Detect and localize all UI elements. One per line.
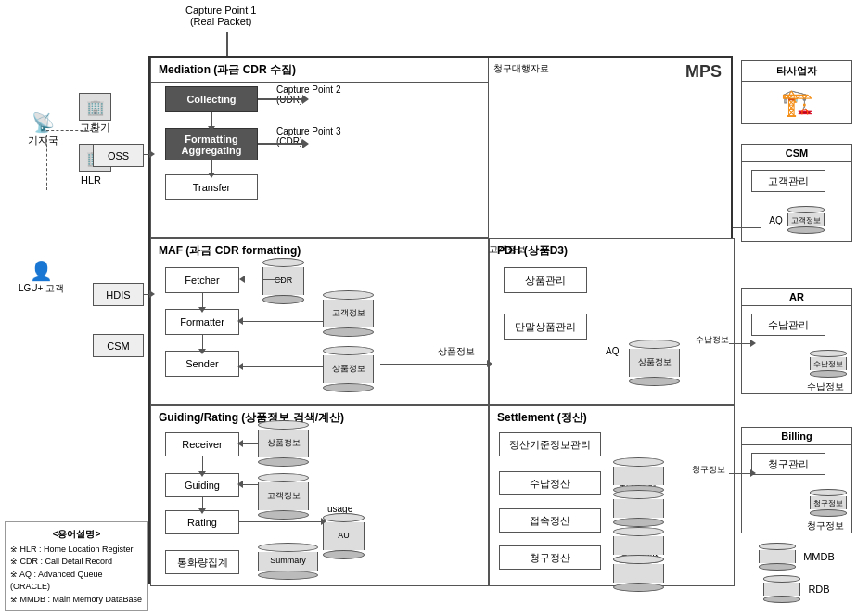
- csm-left-box: CSM: [93, 334, 144, 357]
- mmdb-label: MMDB: [803, 551, 835, 562]
- tasaeopja-title: 타사업자: [742, 61, 851, 82]
- rdb-label: RDB: [808, 584, 829, 595]
- tasaeopja-icon: 🏗️: [742, 82, 851, 123]
- maf-title: MAF (과금 CDR formatting): [151, 239, 488, 263]
- subap-info-label: 수납정보: [742, 380, 851, 393]
- billing-section: Billing 청구관리 청구정보 청구정보: [741, 427, 852, 533]
- cheonggu-gwanri-box: 청구관리: [751, 453, 825, 475]
- pdh-title: PDH (상품D3): [490, 239, 734, 263]
- sangpum-gwanri-box: 상품관리: [504, 267, 587, 293]
- arrowhead-sangpum-receiver: [237, 440, 243, 447]
- billing-db-row: 청구정보: [742, 484, 851, 524]
- arrowhead-guiding-rating: [198, 508, 206, 514]
- cheonggu-jeongsan-box: 청구정산: [499, 545, 601, 570]
- ar-title: AR: [742, 289, 851, 306]
- cheonggu-info-flow: 청구정보: [692, 464, 725, 476]
- csm-right-title: CSM: [742, 145, 851, 162]
- legend-item-2: ※ AQ : Advanced Queue (ORACLE): [10, 569, 143, 594]
- arrow-kogaek-guiding: [241, 484, 258, 485]
- formatter-box: Formatter: [165, 309, 239, 335]
- billing-db-cylinder: 청구정보: [810, 489, 847, 517]
- legend-item-3: ※ MMDB : Main Memory DataBase: [10, 594, 143, 607]
- jeopseok-jeongsan-box: 접속정산: [499, 508, 601, 533]
- danmal-box: 단말상품관리: [504, 314, 587, 340]
- hlr-label: HLR: [81, 174, 101, 186]
- rdb-row: RDB: [763, 575, 829, 603]
- arrowhead-collecting-right: [302, 95, 309, 104]
- mmdb-rdb-group: MMDB RDB: [741, 543, 852, 603]
- mmdb-cylinder: [759, 543, 796, 571]
- gyohwangi-icon-group: 🏢 교환기: [79, 93, 111, 135]
- aq-pdh-label: AQ: [606, 346, 619, 356]
- dashed-gijiguk-v: [46, 135, 47, 190]
- arrowhead-formatting-right: [302, 139, 309, 148]
- collecting-box: Collecting: [165, 86, 258, 112]
- legend-box: <용어설명> ※ HLR : Home Location Register ※ …: [5, 521, 148, 612]
- kogaek-gwanri-box: 고객관리: [751, 170, 825, 192]
- arrowhead-kogaek-formatter: [237, 317, 243, 325]
- arrowhead-settlement-billing: [750, 469, 756, 477]
- maf-sangpum-cylinder: 상품정보: [323, 346, 374, 392]
- arrowhead-kogaek-guiding: [237, 481, 243, 488]
- maf-box: MAF (과금 CDR formatting) Fetcher Formatte…: [150, 238, 489, 405]
- hdis-box: HDIS: [93, 283, 144, 306]
- pdh-box: PDH (상품D3) 상품관리 단말상품관리 AQ 상품정보: [489, 238, 735, 405]
- receiver-box: Receiver: [165, 432, 239, 456]
- mediation-title: Mediation (과금 CDR 수집): [151, 58, 488, 83]
- arrowhead-rating-au: [321, 518, 326, 525]
- mps-label: MPS: [685, 62, 722, 82]
- arrow-rating-au: [239, 521, 323, 522]
- kogaek-flow-label: 고객정보: [489, 243, 526, 256]
- subap-gwanri-box: 수납관리: [751, 314, 825, 336]
- arrowhead-fetcher-formatter: [198, 307, 206, 313]
- arrow-formatting-right: [258, 143, 304, 145]
- arrow-csm-kogaek: [733, 227, 761, 228]
- jeongsan-gijun-box: 정산기준정보관리: [499, 432, 601, 456]
- au-cylinder: AU: [323, 513, 365, 559]
- mediation-box: Mediation (과금 CDR 수집) Collecting Formatt…: [150, 58, 489, 238]
- settlement-box: Settlement (정산) 정산기준정보관리 수납정산 접속정산 청구정산 …: [489, 405, 735, 586]
- ar-section: AR 수납관리 수납정보 수납정보: [741, 288, 852, 394]
- arrow-kogaek-formatter: [241, 321, 323, 322]
- cheonggu-info-label: 청구정보: [742, 520, 851, 533]
- arrowhead-hdis-mps: [149, 290, 155, 298]
- fetcher-box: Fetcher: [165, 267, 239, 293]
- guiding-box: Guiding/Rating (상품정보 검색/계산) Receiver Gui…: [150, 405, 489, 586]
- maf-kogaek-cylinder: 고객정보: [323, 290, 374, 337]
- ar-db-row: 수납정보: [742, 345, 851, 385]
- arrow-cdr-fetcher: [262, 279, 283, 280]
- arrow-settlement-ar: [729, 343, 752, 344]
- arrowhead-med-2: [208, 173, 215, 178]
- arrow-sangpum-sender: [241, 366, 323, 367]
- arrowhead-oss-mps: [149, 150, 155, 158]
- diagram-container: Capture Point 1 (Real Packet) MPS Mediat…: [0, 0, 857, 616]
- arrowhead-cdr-fetcher: [239, 276, 245, 283]
- legend-item-1: ※ CDR : Call Detail Record: [10, 556, 143, 569]
- tonghwa-box: 통화량집계: [165, 550, 239, 574]
- pdh-sangpum-cylinder: 상품정보: [629, 340, 680, 386]
- cheonggu-label: 청구대행자료: [493, 62, 549, 75]
- rdb-cylinder: [763, 575, 800, 603]
- arrow-sangpum-receiver: [241, 443, 258, 444]
- jeongsan-data-cylinder2: [613, 555, 664, 592]
- summary-cylinder: Summary: [258, 543, 318, 580]
- arrow-settlement-billing: [729, 473, 752, 474]
- formatting-box: Formatting Aggregating: [165, 128, 258, 160]
- subap-info-flow: 수납정보: [696, 334, 729, 346]
- tasaeopja-section: 타사업자 🏗️: [741, 60, 852, 124]
- billing-title: Billing: [742, 428, 851, 445]
- arrow-collecting-right: [258, 98, 304, 100]
- subap-jeongsan-box: 수납정산: [499, 471, 601, 495]
- mmdb-row: MMDB: [759, 543, 835, 571]
- arrowhead-receiver-guiding: [198, 471, 206, 477]
- csm-db-cylinder: 고객정보: [787, 206, 825, 234]
- legend-item-0: ※ HLR : Home Location Register: [10, 544, 143, 557]
- lgu-group: 👤 LGU+ 고객: [19, 260, 64, 295]
- arrowhead-med-1: [208, 126, 215, 132]
- guiding-kogaek-cylinder: 고객정보: [258, 473, 309, 520]
- sender-box: Sender: [165, 351, 239, 377]
- arrow-maf-pdh: [380, 364, 489, 365]
- mps-box: MPS Mediation (과금 CDR 수집) Collecting For…: [148, 56, 733, 584]
- arrowhead-settlement-ar: [750, 340, 756, 347]
- legend-title: <용어설명>: [10, 527, 143, 541]
